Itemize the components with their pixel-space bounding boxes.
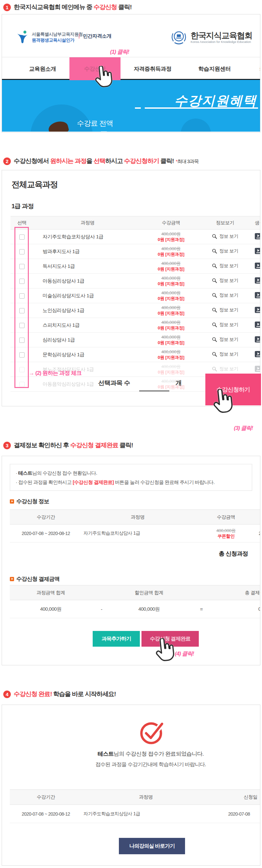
selected-count-unit: 개 [176,379,182,388]
sample-video-icon[interactable] [255,277,260,283]
course-name: 방과후지도사 1급 [33,244,142,259]
sample-video-icon[interactable] [255,233,260,239]
info-view-button[interactable]: 정보 보기 [212,263,238,269]
course-row: 독서지도사 1급 400,000원 0원 [지원과정] 정보 [10,259,260,274]
course-name: 노인심리상담사 1급 [33,303,142,318]
click3-annotation: (3) 클릭! [234,424,253,432]
price-tag: [지원과정] [165,311,184,316]
info-view-button[interactable]: 정보 보기 [212,351,238,357]
info-view-button[interactable]: 정보 보기 [212,307,238,313]
banner-line1: 수강료 전액 [77,119,113,128]
nav-item-about[interactable]: 교육원소개 [29,57,56,80]
info-view-label: 정보 보기 [220,366,238,372]
sample-video-icon[interactable] [255,248,260,254]
step3-header: 3 결제정보 확인하신 후 수강신청 결제완료 클릭! [0,441,262,450]
nav-item-community[interactable]: 커뮤니티 [259,57,260,80]
notice-line2: · 접수된 과정을 확인하시고 [수강신청 결제완료] 버튼을 눌러 수강신청을… [16,478,246,487]
price-now: 0원 [158,326,165,330]
price-original: 400,000원 [142,231,200,237]
sample-video-icon[interactable] [255,366,260,372]
info-view-label: 정보 보기 [220,263,238,269]
course-name: 자기주도학습코치상담사 1급 [33,229,142,244]
info-view-label: 정보 보기 [220,337,238,342]
course-price: 400,000원 0원 [지원과정] [142,244,200,259]
column-apply-date: 신청일 [210,790,260,805]
course-name: 아동심리상담사 1급 [33,274,142,288]
course-row: 아동심리상담사 1급 400,000원 0원 [지원과정] [10,274,260,288]
course-period: 2020-07-08 ~ 2020-08-12 [10,525,82,542]
sample-video-icon[interactable] [255,336,260,342]
price-tag: [지원과정] [165,296,184,301]
column-spacer [187,585,216,600]
sample-video-icon[interactable] [255,307,260,313]
column-price: 수강금액 [193,510,259,525]
price-now: 0원 [158,281,165,286]
price-now: 0원 [158,252,165,257]
price-tag: [지원과정] [165,340,184,345]
course-price: 400,000원 0원 [지원과정] [142,274,200,288]
step3-number-badge: 3 [3,442,11,449]
step1-number-badge: 1 [3,4,11,11]
payment-amount-heading: 수강신청 결제금액 [10,575,60,583]
apply-date-cut: 20 [259,525,260,542]
minus-sign: - [92,600,111,618]
add-course-button[interactable]: 과목추가하기 [93,631,140,647]
sample-video-icon[interactable] [255,351,260,357]
info-view-button[interactable]: 정보 보기 [212,234,238,239]
price-original: 400,000원 [193,528,259,533]
info-view-button[interactable]: 정보 보기 [212,337,238,342]
sample-video-icon[interactable] [255,262,260,269]
info-table-header-row: 수강기간 과정명 수강금액 [10,510,260,525]
course-row: 문학심리상담사 1급 400,000원 0원 [지원과정] [10,347,260,362]
my-classroom-button[interactable]: 나의강의실 바로가기 [119,838,185,854]
association-subtitle: Korea Association for Knowledge Educatio… [191,40,252,43]
course-price: 400,000원 0원 [지원과정] [142,318,200,333]
column-period: 수강기간 [10,510,82,525]
magnifier-icon [212,249,217,254]
sample-video-icon[interactable] [255,321,260,328]
course-name: 문학심리상담사 1급 [33,347,142,362]
banner-dash [135,107,141,109]
arrow-bullet-icon [10,577,14,581]
column-price: 수강금액 [142,216,200,229]
price-tag: [지원과정] [165,355,184,360]
course-amount-sum: 400,000원 [10,600,92,618]
price-tag: [지원과정] [165,252,184,257]
check-circle-icon [139,718,166,746]
price-now: 0원 [158,355,165,360]
sample-video-icon[interactable] [255,292,260,298]
price-original: 400,000원 [142,260,200,266]
price-tag: [지원과정] [165,267,184,272]
magnifier-icon [212,307,217,313]
column-payment-total: 총 결제예정 금액 [216,585,260,600]
quick-link-private-license[interactable]: 민간자격소개 [79,33,111,39]
price-now: 0원 [158,370,165,375]
info-view-button[interactable]: 정보 보기 [212,292,238,298]
price-original: 400,000원 [142,349,200,354]
magnifier-icon [212,263,217,269]
education-office-logo: 서울특별시남부교육지원청 원격평생교육시설인가 [16,30,83,44]
check-annotation: → (2) 원하는 과정 체크 [29,369,82,377]
price-original: 400,000원 [142,364,200,369]
step2-title: 수강신청에서 원하시는 과정을 선택하시고 수강신청하기 클릭!*최대 3과목 [14,157,199,165]
magnifier-icon [212,234,217,239]
coupon-discount: 쿠폰할인 [193,533,259,539]
info-view-button[interactable]: 정보 보기 [212,278,238,283]
info-view-button[interactable]: 정보 보기 [212,366,238,372]
course-list-screenshot: 전체교육과정 1급 과정 선택 과정명 수강금액 정보보기 샘플보기 자기주도학… [2,170,260,406]
info-view-button[interactable]: 정보 보기 [212,322,238,328]
price-tag: [지원과정] [165,326,184,330]
magnifier-icon [212,322,217,328]
payment-table-row: 400,000원 - 400,000원 = 0원 [10,600,260,618]
magnifier-icon [212,293,217,298]
nav-item-learning-support[interactable]: 학습지원센터 [199,57,231,80]
price-now: 0원 [158,267,165,272]
course-price: 400,000원 쿠폰할인 [193,525,259,542]
nav-item-certificate-courses[interactable]: 자격증취득과정 [134,57,172,80]
course-price: 400,000원 0원 [지원과정] [142,333,200,347]
course-period: 2020-07-08 ~ 2020-08-12 [10,805,82,823]
course-row: 심리상담사 1급 400,000원 0원 [지원과정] 정보 [10,333,260,347]
course-row: 자기주도학습코치상담사 1급 400,000원 0원 [지원과정] [10,229,260,244]
step1-header: 1 한국지식교육협회 메인메뉴 중 수강신청 클릭! [0,0,262,11]
info-view-button[interactable]: 정보 보기 [212,248,238,254]
